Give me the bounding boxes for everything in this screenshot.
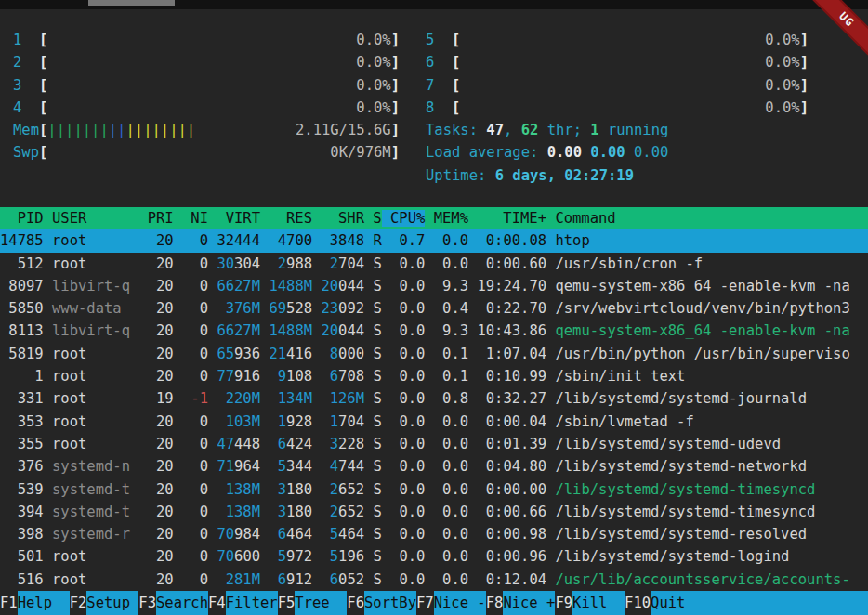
table-header-row: PID USER PRI NI VIRT RES SHR S CPU% MEM%… [0, 207, 868, 229]
process-row[interactable]: 5819 root 20 0 65936 21416 8000 S 0.0 0.… [0, 343, 868, 365]
process-row[interactable]: 394 systemd-t 20 0 138M 3180 2652 S 0.0 … [0, 501, 868, 523]
load-average-line: Load average: 0.00 0.00 0.00 [426, 141, 809, 164]
process-row[interactable]: 398 systemd-r 20 0 70984 6464 5464 S 0.0… [0, 523, 868, 545]
process-row[interactable]: 516 root 20 0 281M 6912 6052 S 0.0 0.0 0… [0, 569, 868, 591]
column-header-user[interactable]: USER [52, 210, 130, 227]
column-header-res[interactable]: RES [260, 210, 312, 227]
cpu-meter-2: 2 [0.0%] [13, 51, 400, 73]
fn-key-f4[interactable]: F4Filter [208, 591, 278, 615]
process-row[interactable]: 331 root 19 -1 220M 134M 126M S 0.0 0.8 … [0, 387, 868, 410]
fn-key-f9[interactable]: F9Kill [555, 591, 625, 615]
terminal: 1 [0.0%]2 [0.0%]3 [0.0%]4 [0.0%]Mem[||||… [0, 9, 868, 615]
column-header-virt[interactable]: VIRT [208, 210, 260, 227]
htop-screen: UG 1 [0.0%]2 [0.0%]3 [0.0%]4 [0.0%]Mem[|… [0, 0, 868, 615]
column-header-cpu[interactable]: CPU% [382, 210, 426, 227]
swap-meter: Swp[0K/976M] [13, 141, 400, 164]
fn-key-f6[interactable]: F6SortBy [347, 591, 416, 615]
cpu-meter-7: 7 [0.0%] [426, 74, 809, 97]
fn-bar-fill [703, 591, 868, 615]
process-row[interactable]: 539 systemd-t 20 0 138M 3180 2652 S 0.0 … [0, 478, 868, 501]
cpu-meter-8: 8 [0.0%] [426, 97, 809, 119]
process-row[interactable]: 8113 libvirt-q 20 0 6627M 1488M 20044 S … [0, 320, 868, 342]
tasks-line: Tasks: 47, 62 thr; 1 running [426, 119, 809, 141]
fn-key-f10[interactable]: F10Quit [625, 591, 703, 615]
column-header-shr[interactable]: SHR [312, 210, 364, 227]
cpu-meters-left: 1 [0.0%]2 [0.0%]3 [0.0%]4 [0.0%]Mem[||||… [13, 29, 400, 164]
process-row[interactable]: 5850 www-data 20 0 376M 69528 23092 S 0.… [0, 297, 868, 320]
cpu-meter-4: 4 [0.0%] [13, 97, 400, 119]
cpu-meter-1: 1 [0.0%] [13, 29, 400, 51]
column-header-mem[interactable]: MEM% [425, 210, 468, 227]
process-table: PID USER PRI NI VIRT RES SHR S CPU% MEM%… [0, 207, 868, 591]
function-key-bar: F1Help F2Setup F3SearchF4FilterF5Tree F6… [0, 591, 868, 615]
fn-key-f2[interactable]: F2Setup [70, 591, 139, 615]
column-header-time[interactable]: TIME+ [468, 210, 546, 227]
process-row[interactable]: 353 root 20 0 103M 1928 1704 S 0.0 0.0 0… [0, 411, 868, 433]
fn-key-f1[interactable]: F1Help [0, 591, 70, 615]
top-strip [0, 0, 868, 9]
fn-key-f7[interactable]: F7Nice - [416, 591, 486, 615]
process-row[interactable]: 512 root 20 0 30304 2988 2704 S 0.0 0.0 … [0, 253, 868, 275]
cpu-meters-right: 5 [0.0%]6 [0.0%]7 [0.0%]8 [0.0%]Tasks: 4… [426, 29, 809, 187]
memory-meter: Mem[|||||||||||||||||2.11G/15.6G] [13, 119, 400, 141]
process-row[interactable]: 1 root 20 0 77916 9108 6708 S 0.0 0.1 0:… [0, 365, 868, 387]
cpu-meter-3: 3 [0.0%] [13, 74, 400, 97]
process-row[interactable]: 355 root 20 0 47448 6424 3228 S 0.0 0.0 … [0, 433, 868, 455]
fn-key-f5[interactable]: F5Tree [278, 591, 348, 615]
top-tab-sliver[interactable] [88, 0, 175, 6]
uptime-line: Uptime: 6 days, 02:27:19 [426, 164, 809, 187]
process-row[interactable]: 376 systemd-n 20 0 71964 5344 4744 S 0.0… [0, 455, 868, 478]
column-header-ni[interactable]: NI [174, 210, 208, 227]
column-header-pid[interactable]: PID [0, 210, 44, 227]
column-header-cmd[interactable]: Command [555, 210, 867, 227]
process-row[interactable]: 501 root 20 0 70600 5972 5196 S 0.0 0.0 … [0, 545, 868, 568]
fn-key-f3[interactable]: F3Search [138, 591, 208, 615]
column-header-s[interactable]: S [364, 210, 382, 227]
column-header-pri[interactable]: PRI [130, 210, 174, 227]
process-row[interactable]: 8097 libvirt-q 20 0 6627M 1488M 20044 S … [0, 275, 868, 297]
fn-key-f8[interactable]: F8Nice + [486, 591, 556, 615]
process-row[interactable]: 14785 root 20 0 32444 4700 3848 R 0.7 0.… [0, 229, 868, 252]
cpu-meter-6: 6 [0.0%] [426, 51, 809, 73]
cpu-meter-5: 5 [0.0%] [426, 29, 809, 51]
